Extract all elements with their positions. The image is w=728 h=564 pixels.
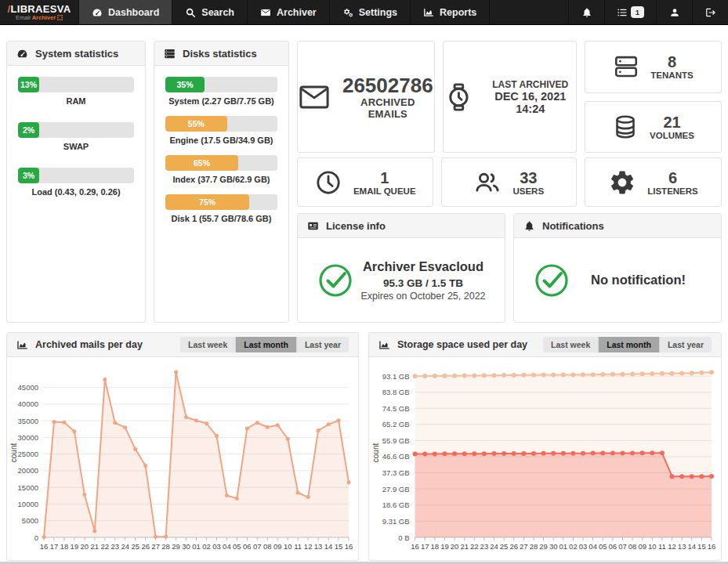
progress-value: 13% [20, 80, 37, 89]
svg-text:45000: 45000 [18, 383, 38, 392]
progress-value: 2% [23, 125, 34, 135]
chart-title: Storage space used per day [397, 339, 527, 350]
notifications-header: Notifications [514, 214, 721, 238]
bell-icon [581, 7, 592, 18]
nav-tabs: Dashboard Search Archiver Settings Repor… [78, 0, 490, 24]
range-last-year-button[interactable]: Last year [659, 337, 712, 352]
user-account-button[interactable] [656, 0, 692, 24]
range-last-week-button[interactable]: Last week [180, 337, 235, 352]
search-icon [185, 7, 196, 18]
svg-text:55.9 GB: 55.9 GB [382, 436, 410, 445]
progress-label: Load (0.43, 0.29, 0.26) [18, 187, 134, 197]
dashboard-gauge-icon [92, 7, 103, 18]
users-card: 33 USERS [441, 157, 578, 207]
tab-label: Settings [359, 7, 397, 18]
storage-space-chart-card: Storage space used per day Last week Las… [368, 332, 722, 561]
tab-label: Dashboard [108, 7, 159, 18]
svg-text:26: 26 [509, 542, 518, 551]
svg-text:count: count [9, 443, 18, 463]
notifications-card: Notifications No notification! [513, 213, 722, 323]
svg-text:07: 07 [253, 542, 262, 551]
tasks-list-icon [617, 7, 628, 18]
svg-text:40000: 40000 [18, 400, 38, 408]
svg-text:30000: 30000 [18, 433, 38, 442]
range-last-month-button[interactable]: Last month [235, 337, 296, 352]
gears-icon [342, 7, 353, 18]
logo-grid-icon [57, 15, 63, 20]
svg-text:0: 0 [34, 533, 38, 542]
svg-text:06: 06 [243, 542, 252, 551]
svg-text:15: 15 [335, 542, 343, 551]
svg-text:19: 19 [440, 542, 449, 551]
gear-icon [608, 168, 636, 197]
tab-settings[interactable]: Settings [329, 0, 410, 24]
progress-label: System (2.27 GB/7.75 GB) [165, 96, 277, 106]
progress-value: 35% [177, 80, 194, 89]
watch-icon [444, 80, 474, 114]
stats-region: 26502786 ARCHIVED EMAILS LAST ARCHIVED D… [297, 41, 722, 323]
storage-space-chart-header: Storage space used per day Last week Las… [369, 333, 721, 357]
listeners-value: 6 [647, 169, 698, 186]
range-last-week-button[interactable]: Last week [543, 337, 598, 352]
archived-mails-plot[interactable]: 0500010000150002000025000300003500040000… [7, 357, 358, 559]
brand-logo[interactable]: /LIBRAESVA EmailArchiver [0, 0, 78, 24]
progress-label: Engine (17.5 GB/34.9 GB) [165, 136, 277, 145]
svg-text:19: 19 [71, 542, 79, 551]
progress-track: 65% [165, 155, 277, 171]
svg-text:17: 17 [421, 542, 429, 551]
tab-archiver[interactable]: Archiver [247, 0, 329, 24]
svg-text:9.31 GB: 9.31 GB [382, 517, 410, 526]
database-icon [612, 114, 639, 140]
top-navbar: /LIBRAESVA EmailArchiver Dashboard Searc… [0, 0, 728, 25]
svg-text:14: 14 [687, 542, 696, 551]
svg-text:10: 10 [284, 542, 292, 551]
svg-text:20000: 20000 [18, 466, 38, 475]
svg-text:02: 02 [202, 542, 211, 551]
svg-text:24: 24 [121, 542, 129, 551]
svg-text:18: 18 [60, 542, 69, 551]
tab-label: Reports [440, 7, 476, 18]
svg-text:03: 03 [579, 542, 588, 551]
system-statistics-card: System statistics 13% RAM 2% SWAP 3% Loa… [6, 41, 146, 323]
archived-emails-value: 26502786 [342, 74, 434, 96]
svg-text:83.8 GB: 83.8 GB [382, 388, 410, 396]
notifications-bell-button[interactable] [568, 0, 604, 24]
tab-dashboard[interactable]: Dashboard [78, 0, 172, 24]
range-last-month-button[interactable]: Last month [598, 337, 659, 352]
progress-disk-engine: 55% Engine (17.5 GB/34.9 GB) [165, 116, 277, 145]
archived-mails-chart-header: Archived mails per day Last week Last mo… [7, 333, 358, 357]
tab-label: Archiver [277, 7, 317, 18]
id-card-icon [307, 220, 319, 232]
svg-text:18: 18 [431, 542, 440, 551]
svg-text:06: 06 [609, 542, 618, 551]
card-title: Disks statistics [183, 48, 257, 60]
svg-text:16: 16 [40, 542, 49, 551]
svg-text:09: 09 [638, 542, 647, 551]
svg-text:20: 20 [451, 542, 459, 551]
progress-fill: 2% [18, 122, 39, 138]
license-expiry: Expires on October 25, 2022 [354, 291, 492, 302]
progress-fill: 3% [18, 168, 39, 183]
license-usage: 95.3 GB / 1.5 TB [354, 277, 492, 289]
logout-button[interactable] [692, 0, 728, 24]
users-icon [473, 168, 502, 197]
tab-search[interactable]: Search [172, 0, 247, 24]
tasks-button[interactable]: 1 [604, 0, 656, 24]
svg-text:13: 13 [678, 542, 686, 551]
tab-reports[interactable]: Reports [410, 0, 490, 24]
archived-emails-label: ARCHIVED EMAILS [342, 96, 434, 120]
svg-text:18.6 GB: 18.6 GB [382, 501, 410, 509]
bell-icon [523, 220, 535, 232]
svg-text:46.6 GB: 46.6 GB [382, 452, 410, 461]
svg-text:04: 04 [223, 542, 231, 551]
envelope-icon [260, 7, 271, 18]
storage-space-plot[interactable]: 0 B9.31 GB18.6 GB27.9 GB37.3 GB46.6 GB55… [369, 357, 721, 559]
svg-text:05: 05 [233, 542, 241, 551]
range-last-year-button[interactable]: Last year [296, 337, 349, 352]
tab-label: Search [201, 7, 234, 18]
svg-text:16: 16 [345, 542, 353, 551]
users-label: USERS [512, 186, 544, 196]
svg-text:65.2 GB: 65.2 GB [382, 420, 410, 428]
svg-text:28: 28 [161, 542, 170, 551]
svg-text:27: 27 [520, 542, 528, 551]
